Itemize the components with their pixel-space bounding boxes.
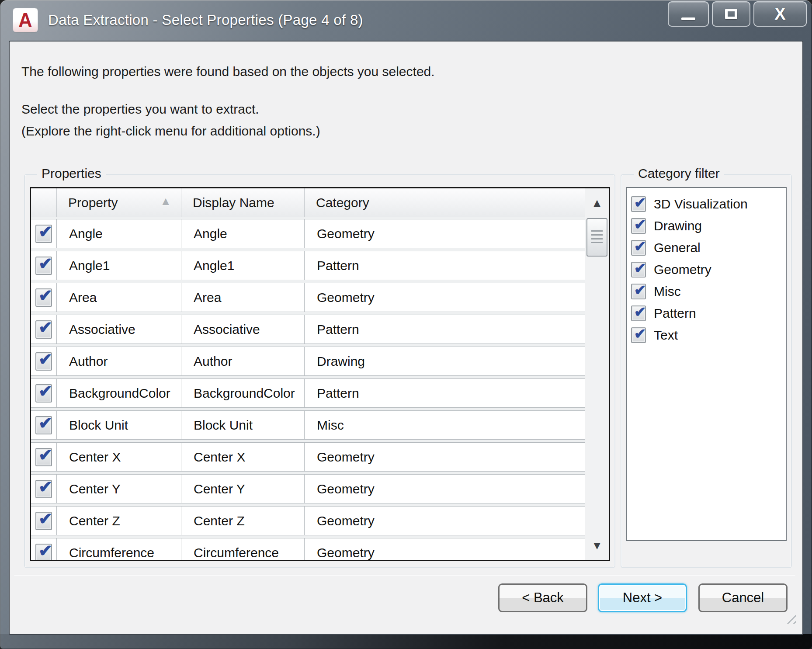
check-icon: ✔ <box>634 217 646 232</box>
cell-category: Pattern <box>305 315 585 344</box>
next-button[interactable]: Next > <box>598 583 687 612</box>
row-checkbox[interactable]: ✔ <box>35 480 52 498</box>
check-icon: ✔ <box>38 510 52 527</box>
row-checkbox[interactable]: ✔ <box>35 512 52 530</box>
row-checkbox[interactable]: ✔ <box>35 416 52 434</box>
cell-category: Pattern <box>305 379 585 407</box>
table-row[interactable]: ✔ Center X Center X Geometry <box>31 442 585 472</box>
check-icon: ✔ <box>38 255 52 272</box>
row-checkbox-cell: ✔ <box>31 251 57 280</box>
check-icon: ✔ <box>38 287 52 304</box>
check-icon: ✔ <box>634 239 646 253</box>
check-icon: ✔ <box>634 305 646 319</box>
cell-property: Block Unit <box>57 411 181 439</box>
filter-checkbox[interactable]: ✔ <box>631 305 646 321</box>
cell-property: Center Z <box>57 507 181 535</box>
close-button[interactable]: X <box>753 1 807 27</box>
filter-checkbox[interactable]: ✔ <box>631 196 646 212</box>
cell-display-name: Angle <box>181 219 305 248</box>
row-checkbox-cell: ✔ <box>31 443 57 471</box>
row-checkbox[interactable]: ✔ <box>35 352 52 371</box>
table-row[interactable]: ✔ Circumference Circumference Geometry <box>31 538 585 560</box>
row-checkbox[interactable]: ✔ <box>35 544 52 560</box>
cell-property: BackgroundColor <box>57 379 181 407</box>
filter-item-label: Misc <box>654 284 681 299</box>
check-icon: ✔ <box>634 326 646 341</box>
minimize-button[interactable] <box>668 1 709 27</box>
check-icon: ✔ <box>634 195 646 210</box>
category-filter-item[interactable]: ✔ Geometry <box>627 259 786 281</box>
cell-category: Geometry <box>305 219 585 248</box>
check-icon: ✔ <box>38 319 52 336</box>
row-checkbox[interactable]: ✔ <box>35 288 52 307</box>
category-filter-item[interactable]: ✔ Drawing <box>627 215 786 237</box>
cell-category: Geometry <box>305 443 585 471</box>
cell-display-name: Circumference <box>181 538 305 560</box>
dialog-content: The following properties were found base… <box>10 42 802 634</box>
table-row[interactable]: ✔ Author Author Drawing <box>31 347 585 376</box>
table-row[interactable]: ✔ Area Area Geometry <box>31 283 585 312</box>
footer-separator <box>14 575 795 576</box>
row-checkbox-cell: ✔ <box>31 475 57 503</box>
check-icon: ✔ <box>38 383 52 399</box>
category-filter-item[interactable]: ✔ Pattern <box>627 302 786 324</box>
row-checkbox[interactable]: ✔ <box>35 448 52 466</box>
filter-checkbox[interactable]: ✔ <box>631 327 646 343</box>
row-checkbox[interactable]: ✔ <box>35 384 52 403</box>
scroll-down-icon[interactable]: ▼ <box>585 532 609 559</box>
row-checkbox[interactable]: ✔ <box>35 257 52 275</box>
category-filter-item[interactable]: ✔ Text <box>627 324 786 346</box>
cell-property: Circumference <box>57 538 181 560</box>
check-icon: ✔ <box>38 542 52 559</box>
check-icon: ✔ <box>634 261 646 275</box>
header-display-name[interactable]: Display Name <box>181 188 305 217</box>
filter-checkbox[interactable]: ✔ <box>631 240 646 256</box>
intro-line-1: The following properties were found base… <box>21 64 435 79</box>
filter-item-label: Geometry <box>654 262 711 277</box>
cell-category: Misc <box>305 411 585 439</box>
intro-line-3: (Explore the right-click menu for additi… <box>21 124 320 139</box>
table-row[interactable]: ✔ Center Z Center Z Geometry <box>31 506 585 535</box>
cell-category: Geometry <box>305 538 585 560</box>
row-checkbox-cell: ✔ <box>31 411 57 439</box>
row-checkbox-cell: ✔ <box>31 507 57 535</box>
cell-property: Angle1 <box>57 251 181 280</box>
cell-property: Associative <box>57 315 181 344</box>
resize-grip[interactable] <box>783 611 796 624</box>
header-category-label: Category <box>316 195 369 210</box>
filter-checkbox[interactable]: ✔ <box>631 262 646 278</box>
filter-item-label: Drawing <box>654 219 702 233</box>
title-bar[interactable]: A Data Extraction - Select Properties (P… <box>3 0 809 40</box>
scrollbar-thumb[interactable] <box>586 218 607 257</box>
category-filter-label: Category filter <box>634 166 724 181</box>
header-category[interactable]: Category <box>305 188 585 217</box>
table-row[interactable]: ✔ Angle1 Angle1 Pattern <box>31 251 585 280</box>
maximize-button[interactable] <box>712 1 750 27</box>
window-title: Data Extraction - Select Properties (Pag… <box>48 12 363 28</box>
header-property[interactable]: Property ▲ <box>57 188 181 217</box>
filter-item-label: Text <box>654 328 678 343</box>
category-filter-item[interactable]: ✔ Misc <box>627 281 786 302</box>
row-checkbox[interactable]: ✔ <box>35 320 52 339</box>
vertical-scrollbar[interactable]: ▲ ▼ <box>585 188 609 560</box>
cell-category: Pattern <box>305 251 585 280</box>
cell-display-name: Associative <box>181 315 305 344</box>
header-checkbox-column[interactable] <box>31 188 57 217</box>
category-filter-item[interactable]: ✔ 3D Visualization <box>627 193 786 215</box>
filter-checkbox[interactable]: ✔ <box>631 218 646 234</box>
cancel-button[interactable]: Cancel <box>698 583 788 612</box>
filter-checkbox[interactable]: ✔ <box>631 284 646 299</box>
category-filter-item[interactable]: ✔ General <box>627 237 786 259</box>
table-row[interactable]: ✔ Block Unit Block Unit Misc <box>31 410 585 440</box>
row-checkbox[interactable]: ✔ <box>35 225 52 243</box>
back-button[interactable]: < Back <box>498 583 587 612</box>
row-checkbox-cell: ✔ <box>31 379 57 407</box>
table-row[interactable]: ✔ Associative Associative Pattern <box>31 315 585 344</box>
table-row[interactable]: ✔ Angle Angle Geometry <box>31 219 585 248</box>
scroll-up-icon[interactable]: ▲ <box>585 189 609 216</box>
check-icon: ✔ <box>38 415 52 431</box>
table-row[interactable]: ✔ BackgroundColor BackgroundColor Patter… <box>31 378 585 408</box>
table-row[interactable]: ✔ Center Y Center Y Geometry <box>31 474 585 503</box>
cell-display-name: Area <box>181 283 305 312</box>
cell-category: Geometry <box>305 283 585 312</box>
